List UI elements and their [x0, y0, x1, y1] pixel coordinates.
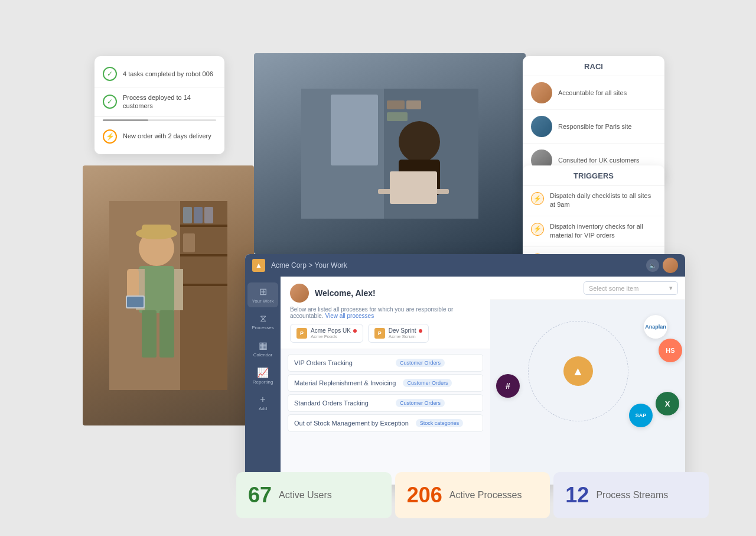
office-photo	[254, 53, 526, 254]
welcome-area: Welcome, Alex! Below are listed all proc…	[281, 277, 490, 349]
trigger-item-2: ⚡ Dispatch inventory checks for all mate…	[523, 216, 664, 247]
sidebar-item-calendar[interactable]: ▦ Calendar	[247, 336, 278, 361]
stat-card-users: 67 Active Users	[236, 472, 392, 518]
main-container: ✓ 4 tasks completed by robot 006 ✓ Proce…	[0, 0, 756, 536]
raci-title: RACI	[523, 56, 664, 76]
integration-icon-anaplan[interactable]: Anaplan	[644, 315, 667, 339]
process-category-4: Stock categories	[416, 419, 464, 427]
svg-rect-1	[331, 95, 378, 165]
notifications-card: ✓ 4 tasks completed by robot 006 ✓ Proce…	[94, 56, 224, 154]
raci-avatar-2	[531, 116, 552, 137]
trigger-text-2: Dispatch inventory checks for all materi…	[550, 222, 656, 241]
svg-rect-13	[180, 254, 227, 256]
select-dropdown[interactable]: Select some item ▾	[584, 281, 678, 295]
process-name-3: Standard Orders Tracking	[294, 399, 389, 407]
anaplan-label: Anaplan	[645, 324, 666, 330]
sidebar-item-processes[interactable]: ⧖ Processes	[247, 310, 278, 334]
process-tag-1[interactable]: P Acme Pops UK Acme Foods	[290, 324, 363, 343]
integration-icon-excel[interactable]: X	[656, 392, 679, 415]
select-placeholder: Select some item	[589, 285, 638, 292]
sidebar-label-add: Add	[259, 406, 267, 411]
integrations-area: ▲ Anaplan HS # SAP X	[490, 306, 685, 436]
process-category-3: Customer Orders	[396, 399, 445, 407]
progress-bar-fill	[103, 119, 148, 121]
app-main-content: Welcome, Alex! Below are listed all proc…	[281, 277, 490, 485]
stat-label-streams: Process Streams	[596, 490, 668, 501]
notification-text-2: Process deployed to 14 customers	[123, 93, 216, 111]
app-window: ▲ Acme Corp > Your Work 🔈 ⊞ Your Work ⧖ …	[245, 254, 685, 485]
triggers-title: TRIGGERS	[523, 165, 664, 186]
check-icon-2: ✓	[103, 95, 117, 109]
integration-icon-hubspot[interactable]: HS	[659, 339, 682, 362]
svg-rect-18	[183, 233, 195, 252]
integration-icon-sap[interactable]: SAP	[629, 404, 653, 427]
processes-icon: ⧖	[260, 313, 266, 324]
tag-subtitle-1: Acme Foods	[311, 334, 357, 339]
tag-dot-1	[353, 329, 357, 333]
tag-name-2: Dev Sprint Acme Scrum	[389, 327, 422, 339]
sidebar-item-your-work[interactable]: ⊞ Your Work	[247, 282, 278, 307]
progress-bar	[103, 119, 216, 121]
check-icon-1: ✓	[103, 67, 117, 81]
process-list: VIP Orders Tracking Customer Orders Mate…	[281, 349, 490, 437]
app-body: ⊞ Your Work ⧖ Processes ▦ Calendar 📈 Rep…	[245, 277, 685, 485]
notification-item-2: ✓ Process deployed to 14 customers	[94, 87, 224, 117]
stat-label-users: Active Users	[279, 490, 332, 501]
stat-number-streams: 12	[565, 483, 589, 508]
svg-rect-9	[390, 171, 437, 204]
header-speaker-btn[interactable]: 🔈	[646, 259, 659, 272]
table-row[interactable]: VIP Orders Tracking Customer Orders	[288, 354, 483, 372]
process-category-1: Customer Orders	[396, 359, 445, 367]
svg-rect-11	[180, 201, 227, 390]
header-user-avatar[interactable]	[663, 258, 678, 273]
notification-text-1: 4 tasks completed by robot 006	[123, 70, 213, 78]
add-icon: +	[260, 394, 265, 405]
stat-label-processes: Active Processes	[449, 490, 522, 501]
warehouse-photo	[83, 165, 254, 425]
stat-number-processes: 206	[407, 483, 442, 508]
svg-rect-12	[180, 225, 227, 227]
process-category-2: Customer Orders	[403, 379, 452, 387]
table-row[interactable]: Out of Stock Management by Exception Sto…	[288, 414, 483, 432]
hubspot-label: HS	[666, 347, 674, 354]
sidebar-item-add[interactable]: + Add	[247, 391, 278, 415]
svg-rect-24	[174, 269, 183, 310]
svg-rect-28	[142, 310, 157, 358]
integration-icon-slack[interactable]: #	[496, 374, 520, 398]
process-name-2: Material Replenishment & Invoicing	[294, 379, 396, 386]
table-row[interactable]: Standard Orders Tracking Customer Orders	[288, 394, 483, 412]
app-logo: ▲	[252, 259, 265, 272]
integration-center-logo: ▲	[563, 356, 593, 386]
raci-label-2: Responsible for Paris site	[558, 123, 632, 130]
stat-card-streams: 12 Process Streams	[553, 472, 709, 518]
slack-label: #	[506, 381, 510, 391]
svg-rect-14	[180, 284, 227, 286]
tag-subtitle-2: Acme Scrum	[389, 334, 422, 339]
svg-rect-27	[127, 297, 144, 307]
view-all-link[interactable]: View all processes	[325, 313, 374, 319]
svg-rect-5	[387, 112, 408, 121]
svg-rect-17	[204, 207, 213, 223]
notification-text-3: New order with 2 days delivery	[123, 132, 211, 140]
welcome-row: Welcome, Alex!	[290, 284, 481, 303]
process-tag-2[interactable]: P Dev Sprint Acme Scrum	[368, 324, 429, 343]
calendar-icon: ▦	[259, 340, 268, 351]
raci-avatar-1	[531, 82, 552, 103]
table-row[interactable]: Material Replenishment & Invoicing Custo…	[288, 374, 483, 392]
stat-card-processes: 206 Active Processes	[395, 472, 550, 518]
app-breadcrumb: Acme Corp > Your Work	[271, 261, 347, 269]
svg-rect-15	[183, 207, 192, 223]
excel-label: X	[665, 399, 670, 408]
stats-bar: 67 Active Users 206 Active Processes 12 …	[236, 472, 709, 518]
svg-rect-16	[194, 207, 203, 223]
user-avatar	[290, 284, 309, 303]
app-sidebar: ⊞ Your Work ⧖ Processes ▦ Calendar 📈 Rep…	[245, 277, 281, 485]
sidebar-item-reporting[interactable]: 📈 Reporting	[247, 363, 278, 388]
process-subtitle: Below are listed all processes for which…	[290, 306, 481, 319]
flash-icon-1: ⚡	[103, 129, 117, 144]
sidebar-label-calendar: Calendar	[253, 352, 272, 358]
trigger-icon-1: ⚡	[531, 192, 544, 205]
app-integrations-panel: Select some item ▾ ▲ Anaplan HS #	[490, 277, 685, 485]
trigger-item-1: ⚡ Dispatch daily checklists to all sites…	[523, 186, 664, 216]
stat-number-users: 67	[248, 483, 272, 508]
